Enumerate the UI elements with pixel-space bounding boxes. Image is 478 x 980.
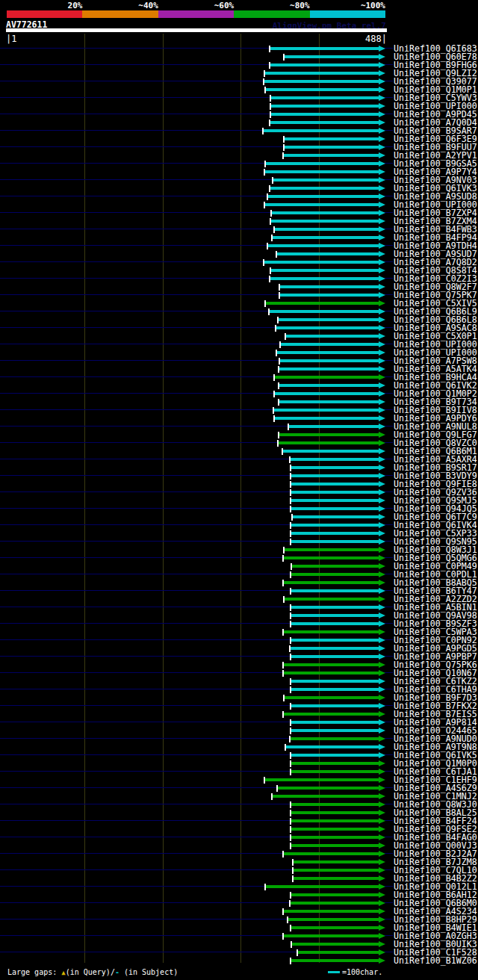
hit-bar[interactable] [291,943,379,946]
hit-bar[interactable] [284,55,379,58]
hit-bar[interactable] [279,294,379,297]
hit-bar[interactable] [284,137,379,140]
hit-bar[interactable] [283,154,379,157]
hit-bar[interactable] [264,203,379,206]
hit-bar[interactable] [270,63,379,66]
hit-bar[interactable] [270,277,379,280]
hit-label[interactable]: UniRef100_B1WZ06 [394,956,477,965]
hit-bar[interactable] [285,745,379,748]
hit-bar[interactable] [274,417,379,420]
hit-bar[interactable] [291,959,379,962]
hit-bar[interactable] [291,680,379,683]
hit-bar[interactable] [264,778,379,781]
hit-bar[interactable] [297,951,379,954]
hit-bar[interactable] [274,376,379,379]
hit-bar[interactable] [271,211,379,214]
hit-bar[interactable] [291,762,379,765]
hit-bar[interactable] [291,811,379,814]
hit-bar[interactable] [264,80,379,83]
hit-bar[interactable] [279,433,379,436]
hit-bar[interactable] [263,129,379,132]
hit-bar[interactable] [291,565,379,568]
hit-bar[interactable] [274,228,379,231]
hit-bar[interactable] [291,844,379,847]
hit-bar[interactable] [270,96,379,99]
hit-bar[interactable] [264,170,379,173]
hit-bar[interactable] [291,532,379,535]
hit-bar[interactable] [283,556,379,559]
hit-bar[interactable] [270,113,379,116]
hit-bar[interactable] [267,195,379,198]
hit-bar[interactable] [291,893,379,896]
hit-bar[interactable] [270,220,379,223]
hit-bar[interactable] [276,326,379,329]
hit-bar[interactable] [273,409,379,412]
hit-bar[interactable] [291,499,379,502]
hit-bar[interactable] [290,458,379,461]
hit-bar[interactable] [265,885,379,888]
hit-bar[interactable] [290,647,379,650]
hit-bar[interactable] [283,934,379,937]
hit-bar[interactable] [291,622,379,625]
hit-bar[interactable] [291,573,379,576]
hit-bar[interactable] [265,162,379,165]
hit-bar[interactable] [291,491,379,494]
hit-bar[interactable] [291,828,379,831]
hit-bar[interactable] [293,869,379,872]
hit-bar[interactable] [270,47,379,50]
hit-bar[interactable] [291,466,379,469]
hit-bar[interactable] [279,285,379,288]
hit-bar[interactable] [291,926,379,929]
hit-bar[interactable] [292,515,379,518]
hit-bar[interactable] [284,696,379,699]
hit-bar[interactable] [270,105,379,108]
hit-bar[interactable] [291,819,379,822]
hit-bar[interactable] [270,121,379,124]
hit-bar[interactable] [293,860,379,863]
hit-bar[interactable] [277,787,379,790]
hit-bar[interactable] [276,351,379,354]
hit-bar[interactable] [278,441,379,444]
hit-bar[interactable] [276,252,379,255]
hit-bar[interactable] [291,540,379,543]
hit-bar[interactable] [279,359,379,362]
hit-bar[interactable] [291,754,379,757]
hit-bar[interactable] [274,392,379,395]
hit-bar[interactable] [267,244,379,247]
hit-bar[interactable] [272,795,379,798]
hit-bar[interactable] [272,236,379,239]
hit-bar[interactable] [290,737,379,740]
hit-bar[interactable] [291,803,379,806]
hit-bar[interactable] [278,318,379,321]
hit-bar[interactable] [265,88,379,91]
hit-bar[interactable] [283,630,379,633]
hit-bar[interactable] [291,474,379,477]
hit-bar[interactable] [283,663,379,666]
hit-bar[interactable] [284,548,379,551]
hit-bar[interactable] [288,425,379,428]
hit-bar[interactable] [291,721,379,724]
hit-bar[interactable] [264,261,379,264]
hit-bar[interactable] [269,310,379,313]
hit-bar[interactable] [291,655,379,658]
hit-bar[interactable] [279,400,379,403]
hit-bar[interactable] [290,902,379,905]
hit-bar[interactable] [284,146,379,149]
hit-bar[interactable] [265,302,379,305]
hit-bar[interactable] [284,598,379,601]
hit-bar[interactable] [291,729,379,732]
hit-bar[interactable] [291,688,379,691]
hit-bar[interactable] [288,918,379,921]
hit-bar[interactable] [273,179,379,182]
hit-bar[interactable] [279,368,379,370]
hit-bar[interactable] [291,770,379,773]
hit-bar[interactable] [270,187,379,190]
hit-bar[interactable] [291,614,379,617]
hit-bar[interactable] [282,450,379,453]
hit-bar[interactable] [283,581,379,584]
hit-bar[interactable] [291,836,379,839]
hit-bar[interactable] [264,72,379,75]
hit-bar[interactable] [283,672,379,674]
hit-bar[interactable] [270,269,379,272]
hit-bar[interactable] [291,589,379,592]
